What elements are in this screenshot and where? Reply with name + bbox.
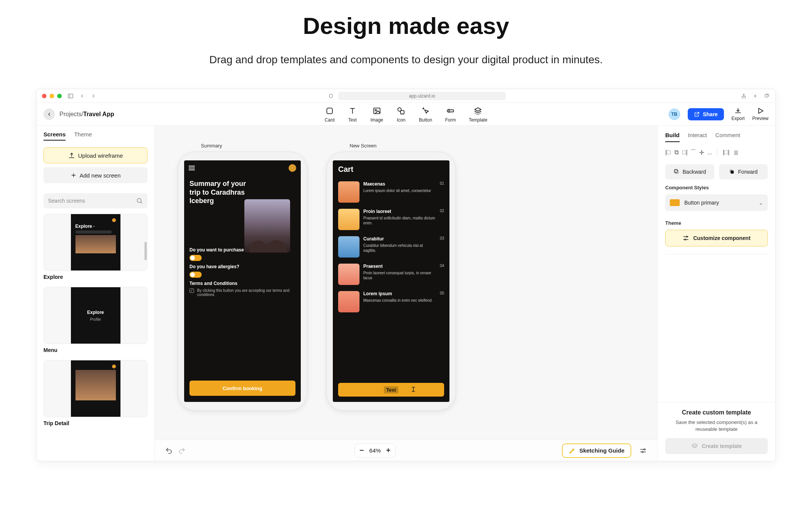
toggle-input[interactable] (189, 272, 202, 278)
confirm-booking-button[interactable]: Confirm booking (189, 381, 295, 396)
sketching-guide-button[interactable]: Sketching Guide (562, 443, 631, 458)
layer-back-icon (674, 169, 680, 175)
export-button[interactable]: Export (732, 107, 745, 121)
new-tab-icon[interactable] (752, 93, 759, 99)
cart-item[interactable]: Proin laoreetPraesent id sollicitudin di… (333, 206, 449, 233)
cart-item[interactable]: Lorem ipsumMaecenas convallis in enim ne… (333, 288, 449, 315)
terms-text: By clicking this button you are acceptin… (197, 288, 295, 297)
customize-component-button[interactable]: Customize component (665, 230, 768, 246)
create-template-section: Create custom template Save the selected… (658, 402, 775, 461)
tool-icon-item[interactable]: Icon (396, 106, 406, 123)
design-canvas[interactable]: Summary Summary of your trip to Caradhra… (155, 126, 657, 461)
screen-thumb-label: Menu (43, 347, 148, 353)
tool-image[interactable]: Image (371, 106, 383, 123)
redo-button[interactable] (175, 444, 188, 457)
user-avatar[interactable]: TB (669, 109, 680, 120)
tabs-overview-icon[interactable] (763, 93, 770, 99)
tab-interact[interactable]: Interact (688, 132, 707, 142)
right-panel: Build Interact Comment |□ ⧉ □| ⎴ ✛ ⎵ |□|… (657, 126, 775, 461)
component-styles-heading: Component Styles (665, 185, 768, 190)
tool-card[interactable]: Card (325, 106, 335, 123)
forward-label: Forward (738, 169, 757, 175)
cart-title: Cart (333, 160, 449, 178)
align-v-center-icon[interactable]: ✛ (699, 149, 704, 156)
phone-label: New Screen (350, 143, 377, 149)
text-cursor-icon: 𝙸 (411, 386, 416, 394)
share-browser-icon[interactable] (740, 93, 747, 99)
breadcrumb[interactable]: Projects/Travel App (59, 111, 114, 118)
bring-forward-button[interactable]: Forward (719, 164, 768, 179)
add-screen-button[interactable]: Add new screen (43, 167, 148, 183)
align-top-icon[interactable]: ⎴ (692, 149, 695, 156)
cart-item-sub: Maecenas convallis in enim nec eleifend. (363, 298, 436, 303)
undo-button[interactable] (162, 444, 175, 457)
backward-label: Backward (683, 169, 706, 175)
tool-template[interactable]: Template (469, 106, 488, 123)
plus-icon (71, 172, 77, 178)
tab-build[interactable]: Build (665, 132, 680, 142)
maximize-window-icon[interactable] (57, 94, 62, 98)
cart-item[interactable]: MaecenasLorem ipsum dolor sit amet, cons… (333, 178, 449, 206)
shield-icon[interactable] (327, 93, 334, 99)
tab-screens[interactable]: Screens (43, 131, 66, 141)
tool-form[interactable]: Form (445, 106, 456, 123)
phone-frame-cart[interactable]: New Screen Cart MaecenasLorem ipsum dolo… (326, 152, 456, 411)
screen-thumb-card[interactable]: Explore · Explore (43, 214, 148, 280)
url-bar[interactable]: app.uizard.io (338, 92, 506, 100)
cart-cta-label: Test (384, 386, 398, 394)
close-window-icon[interactable] (42, 94, 47, 98)
screen-thumb-label: Trip Detail (43, 420, 148, 426)
settings-sliders-button[interactable] (637, 444, 650, 457)
breadcrumb-root[interactable]: Projects (59, 111, 82, 117)
distribute-h-icon[interactable]: |□| (723, 149, 730, 156)
window-controls[interactable] (42, 94, 62, 98)
sidebar-toggle-icon[interactable] (67, 93, 74, 99)
cart-item[interactable]: CurabiturCurabitur bibendum vehicula nis… (333, 233, 449, 261)
search-icon (136, 197, 143, 204)
tool-button[interactable]: Button (419, 106, 432, 123)
nav-forward-icon[interactable] (90, 93, 97, 99)
tab-theme[interactable]: Theme (74, 131, 92, 141)
back-button[interactable] (43, 109, 55, 120)
toggle-input[interactable] (189, 255, 202, 261)
svg-rect-2 (765, 94, 768, 97)
hamburger-icon[interactable] (189, 166, 195, 170)
phone-frame-summary[interactable]: Summary Summary of your trip to Caradhra… (178, 152, 307, 411)
cart-item[interactable]: PraesentProin laoreet consequat turpis, … (333, 261, 449, 288)
left-tabs: Screens Theme (43, 131, 148, 141)
upload-wireframe-label: Upload wireframe (78, 152, 123, 159)
mountain-image-icon (75, 235, 116, 253)
send-backward-button[interactable]: Backward (665, 164, 714, 179)
component-style-dropdown[interactable]: Button primary ⌄ (665, 194, 768, 211)
avatar-icon[interactable] (289, 164, 296, 172)
distribute-v-icon[interactable]: ≣ (733, 149, 738, 156)
checkbox-input[interactable]: ✓ (189, 288, 194, 293)
zoom-out-button[interactable]: − (359, 446, 364, 455)
hero-subtitle: Drag and drop templates and components t… (0, 54, 812, 66)
scrollbar-thumb[interactable] (144, 242, 147, 260)
card-icon (325, 106, 335, 116)
tool-text[interactable]: Text (348, 106, 358, 123)
breadcrumb-current[interactable]: Travel App (83, 111, 114, 117)
align-left-icon[interactable]: |□ (665, 149, 671, 156)
align-right-icon[interactable]: □| (682, 149, 688, 156)
image-icon (372, 106, 382, 116)
search-screens-input[interactable]: Search screens (43, 193, 148, 208)
browser-titlebar: app.uizard.io (37, 89, 775, 103)
screen-thumb-card[interactable]: Trip Detail (43, 360, 148, 426)
download-icon (734, 107, 742, 115)
zoom-in-button[interactable]: + (386, 446, 391, 455)
screen-thumb-card[interactable]: Explore Profile Menu (43, 287, 148, 353)
preview-button[interactable]: Preview (752, 107, 769, 121)
align-h-center-icon[interactable]: ⧉ (674, 149, 679, 156)
nav-back-icon[interactable] (79, 93, 85, 99)
cart-test-button[interactable]: Test 𝙸 (338, 383, 444, 397)
screen-thumb-label: Explore (43, 274, 148, 280)
tab-comment[interactable]: Comment (716, 132, 740, 142)
minimize-window-icon[interactable] (50, 94, 54, 98)
upload-wireframe-button[interactable]: Upload wireframe (43, 147, 148, 163)
share-button[interactable]: Share (688, 108, 724, 120)
create-template-button[interactable]: Create template (665, 438, 768, 454)
terms-heading: Terms and Conditions (189, 281, 295, 286)
align-bottom-icon[interactable]: ⎵ (708, 149, 712, 156)
